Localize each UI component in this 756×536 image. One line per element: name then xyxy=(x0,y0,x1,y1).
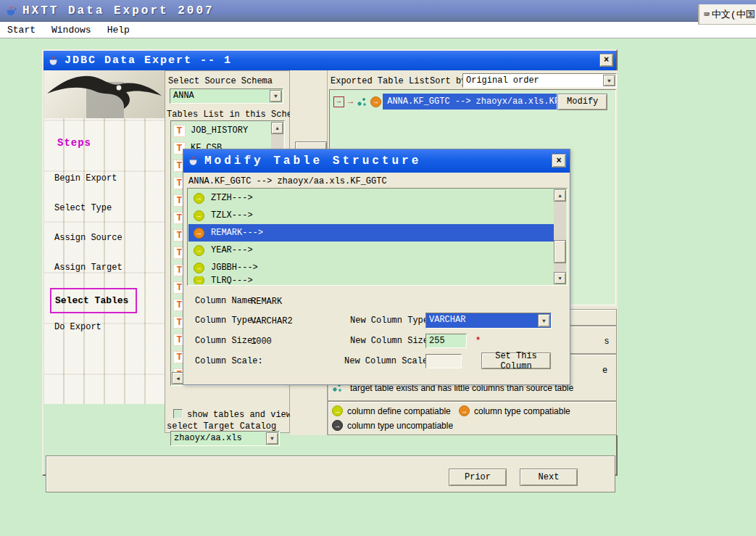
modify-button[interactable]: Modify xyxy=(557,94,607,110)
step-assign-source[interactable]: Assign Source xyxy=(44,224,165,254)
java-dialog-icon xyxy=(188,155,199,167)
dialog-close-button[interactable]: × xyxy=(552,154,566,168)
target-catalog-combobox[interactable]: zhaoyx/aa.xls ▼ xyxy=(170,431,280,446)
scroll-up-icon[interactable]: ▲ xyxy=(271,122,283,134)
menu-start[interactable]: Start xyxy=(7,25,36,36)
next-button[interactable]: Next xyxy=(520,469,578,486)
column-row-label: YEAR---> xyxy=(211,245,253,255)
source-schema-combobox[interactable]: ANNA ▼ xyxy=(170,88,283,104)
column-row[interactable]: →YEAR---> xyxy=(188,242,554,259)
define-compatible-icon: → xyxy=(194,210,204,221)
menu-help[interactable]: Help xyxy=(107,25,130,36)
modify-table-structure-dialog: Modify Table Structure × ANNA.KF_GGTC --… xyxy=(183,149,570,385)
define-compatible-icon: → xyxy=(194,193,204,204)
column-row-label: TLRQ---> xyxy=(211,276,253,284)
keyboard-icon: ⌨ xyxy=(704,9,710,20)
window-titlebar[interactable]: JDBC Data Expert -- 1 xyxy=(43,51,616,70)
target-catalog-label: select Target Catalog xyxy=(167,421,276,432)
columns-scrollbar[interactable]: ▲ ▼ xyxy=(554,189,566,284)
scroll-down-icon[interactable]: ▼ xyxy=(554,272,566,284)
columns-list[interactable]: →ZTZH--->→TZLX--->→REMARK--->→YEAR--->→J… xyxy=(187,188,568,286)
column-type-label: Column Type: xyxy=(195,316,257,326)
menu-windows[interactable]: Windows xyxy=(51,25,91,36)
dialog-mapping-label: ANNA.KF_GGTC --> zhaoyx/aa.xls.KF_GGTC xyxy=(188,176,387,186)
type-compatible-icon: → xyxy=(459,405,470,416)
column-row[interactable]: →REMARK---> xyxy=(188,224,554,242)
column-row-label: TZLX---> xyxy=(211,210,253,220)
step-select-type[interactable]: Select Type xyxy=(44,194,165,224)
type-uncompatible-icon: → xyxy=(332,420,343,431)
type-compatible-icon: → xyxy=(194,228,204,239)
set-this-column-button[interactable]: Set This Column xyxy=(481,352,551,369)
exported-list-title: Exported Table List xyxy=(331,76,430,86)
menu-bar: StartWindowsHelp xyxy=(0,22,756,38)
scrollbar-thumb[interactable] xyxy=(554,240,566,263)
chevron-down-icon[interactable]: ▼ xyxy=(603,75,615,86)
arrow-right-icon: → xyxy=(348,96,353,107)
steps-list: Begin ExportSelect TypeAssign SourceAssi… xyxy=(44,165,165,343)
legend-fragment-s: s xyxy=(605,336,609,346)
app-title: HXTT Data Export 2007 xyxy=(22,4,215,17)
chevron-down-icon[interactable]: ▼ xyxy=(266,432,278,445)
table-row[interactable]: TJOB_HISTORY xyxy=(172,122,271,139)
language-bar[interactable]: ⌨ 中文(中国 xyxy=(698,4,756,25)
window-close-button[interactable]: × xyxy=(599,54,613,67)
source-schema-label: Select Source Schema xyxy=(168,76,273,86)
step-assign-target[interactable]: Assign Target xyxy=(44,254,165,284)
dialog-title: Modify Table Structure xyxy=(204,154,421,168)
step-select-tables[interactable]: Select Tables xyxy=(50,288,137,313)
column-row[interactable]: →TZLX---> xyxy=(188,207,554,224)
columns-mismatch-icon xyxy=(357,96,367,107)
legend-define-compatible: column define compatiable xyxy=(347,406,451,416)
columns-rows: →ZTZH--->→TZLX--->→REMARK--->→YEAR--->→J… xyxy=(188,189,554,284)
legend-fragment-e: e xyxy=(602,365,607,375)
define-compatible-icon: → xyxy=(194,263,204,273)
exported-row-text: ANNA.KF_GGTC --> zhaoyx/aa.xls.KF_GGTC xyxy=(383,94,557,110)
column-name-label: Column Name: xyxy=(195,296,257,306)
new-column-scale-input[interactable] xyxy=(425,354,462,368)
column-form: Column Name: REMARK Column Type: VARCHAR… xyxy=(183,289,571,386)
source-schema-value: ANNA xyxy=(173,91,268,101)
eagle-image xyxy=(44,70,165,118)
legend-box-4: → column define compatiable → column typ… xyxy=(328,401,617,435)
step-begin-export[interactable]: Begin Export xyxy=(44,165,165,194)
show-tables-label: show tables and views xyxy=(187,410,296,420)
scroll-up-icon[interactable]: ▲ xyxy=(554,189,566,202)
sort-value: Original order xyxy=(466,75,602,86)
define-compatible-icon: → xyxy=(194,245,204,256)
export-target-icon: → xyxy=(333,96,344,107)
app-titlebar: HXTT Data Export 2007 xyxy=(0,0,756,22)
show-tables-checkbox[interactable] xyxy=(173,409,183,419)
java-logo-icon xyxy=(5,5,17,17)
navigation-panel: Prior Next xyxy=(46,455,615,492)
column-row[interactable]: →JGBBH---> xyxy=(188,259,554,276)
java-window-icon xyxy=(48,55,59,67)
legend-type-uncompatible: column type uncompatiable xyxy=(347,421,453,431)
define-compatible-icon: → xyxy=(332,405,343,416)
new-column-size-label: New Column Size: xyxy=(350,336,433,346)
target-catalog-value: zhaoyx/aa.xls xyxy=(174,433,265,443)
chevron-down-icon[interactable]: ▼ xyxy=(538,314,550,327)
chevron-down-icon[interactable]: ▼ xyxy=(270,90,282,102)
column-row-label: ZTZH---> xyxy=(211,193,253,203)
step-do-export[interactable]: Do Export xyxy=(44,313,165,343)
column-row[interactable]: →TLRQ---> xyxy=(188,276,554,284)
exported-row[interactable]: → → → ANNA.KF_GGTC --> zhaoyx/aa.xls.KF_… xyxy=(332,93,613,110)
required-asterisk: * xyxy=(475,336,481,346)
column-row[interactable]: →ZTZH---> xyxy=(188,189,554,207)
column-name-value: REMARK xyxy=(251,297,282,307)
dialog-titlebar[interactable]: Modify Table Structure xyxy=(183,149,570,173)
steps-heading: Steps xyxy=(57,137,91,149)
new-column-type-combobox[interactable]: VARCHAR ▼ xyxy=(425,313,552,329)
column-row-label: JGBBH---> xyxy=(211,263,258,273)
window-title: JDBC Data Expert -- 1 xyxy=(65,54,232,67)
column-size-label: Column Size: xyxy=(195,336,257,346)
new-column-type-label: New Column Type: xyxy=(350,316,433,326)
steps-sidebar: Steps Begin ExportSelect TypeAssign Sour… xyxy=(44,70,165,404)
table-icon: T xyxy=(173,125,186,137)
language-label: 中文(中国 xyxy=(712,8,755,21)
sort-combobox[interactable]: Original order ▼ xyxy=(462,73,617,88)
column-size-value: 1000 xyxy=(251,337,272,347)
new-column-size-input[interactable] xyxy=(425,334,467,348)
prior-button[interactable]: Prior xyxy=(449,469,507,486)
